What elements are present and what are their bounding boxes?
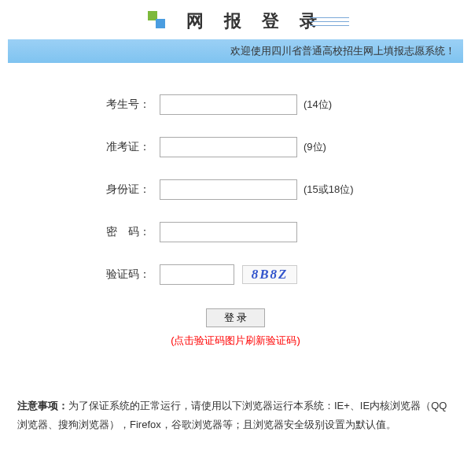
captcha-row: 验证码： 8B8Z — [0, 264, 471, 285]
captcha-refresh-hint: (点击验证码图片刷新验证码) — [0, 334, 471, 348]
login-form: 考生号： (14位) 准考证： (9位) 身份证： (15或18位) 密 码： … — [0, 94, 471, 348]
admission-ticket-hint: (9位) — [304, 140, 326, 154]
welcome-banner: 欢迎使用四川省普通高校招生网上填报志愿系统！ — [8, 39, 463, 63]
page-title: 网 报 登 录 — [186, 9, 325, 33]
id-card-input[interactable] — [160, 179, 297, 200]
id-card-row: 身份证： (15或18位) — [0, 179, 471, 200]
admission-ticket-row: 准考证： (9位) — [0, 137, 471, 157]
examinee-no-row: 考生号： (14位) — [0, 94, 471, 115]
password-input[interactable] — [160, 222, 297, 242]
captcha-image[interactable]: 8B8Z — [242, 265, 297, 284]
captcha-input[interactable] — [160, 264, 234, 285]
notice-label: 注意事项： — [17, 400, 68, 411]
admission-ticket-input[interactable] — [160, 137, 297, 157]
page-container: 网 报 登 录 欢迎使用四川省普通高校招生网上填报志愿系统！ 考生号： (14位… — [0, 0, 471, 476]
notice-text: 为了保证系统的正常运行，请使用以下浏览器运行本系统：IE+、IE内核浏览器（QQ… — [17, 400, 447, 431]
svg-rect-1 — [156, 19, 165, 28]
decorative-lines — [310, 17, 349, 29]
password-row: 密 码： — [0, 222, 471, 242]
id-card-hint: (15或18位) — [304, 183, 354, 197]
examinee-no-input[interactable] — [160, 94, 297, 115]
notice-section: 注意事项：为了保证系统的正常运行，请使用以下浏览器运行本系统：IE+、IE内核浏… — [17, 397, 454, 435]
logo-icon — [146, 9, 167, 33]
login-button[interactable]: 登 录 — [206, 308, 265, 327]
id-card-label: 身份证： — [106, 183, 153, 197]
captcha-label: 验证码： — [106, 268, 153, 282]
examinee-no-label: 考生号： — [106, 98, 153, 112]
header: 网 报 登 录 — [0, 0, 471, 33]
password-label: 密 码： — [106, 225, 153, 239]
admission-ticket-label: 准考证： — [106, 140, 153, 154]
login-button-row: 登 录 — [0, 308, 471, 327]
examinee-no-hint: (14位) — [304, 98, 332, 112]
